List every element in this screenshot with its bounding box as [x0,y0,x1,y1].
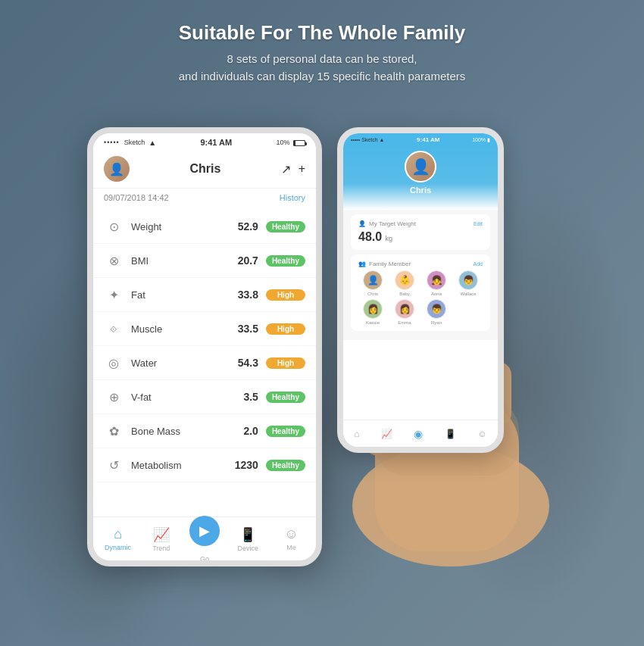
metric-icon-bmi: ⊗ [104,251,123,270]
target-weight-header: 👤 My Target Weight Edit [358,220,483,227]
nav-item-dynamic[interactable]: ⌂ Dynamic [96,526,139,551]
nav-label-trend: Trend [152,545,170,552]
signal-dots: ••••• [104,139,120,146]
right-battery: 100% ▮ [472,137,490,143]
target-weight-unit: kg [386,235,393,242]
target-weight-value-row: 48.0 kg [358,230,483,244]
family-name-wallace: Wallace [460,292,476,296]
nav-icon-me: ☺ [284,526,298,542]
target-icon: 👤 [358,220,366,227]
metric-value-fat: 33.8 [228,289,258,301]
family-member-ryan[interactable]: 👦 Ryan [422,299,451,325]
metric-name-muscle: Muscle [131,323,228,335]
family-section: 👥 Family Member Add 👤 Chris 👶 Baby 👧 Ann… [351,254,490,331]
nav-item-go[interactable]: ▶ Go [183,516,226,563]
nav-icon-dynamic: ⌂ [114,526,122,542]
metric-value-water: 54.3 [228,357,258,369]
status-left: ••••• Sketch ▲ [104,139,156,147]
user-name: Chris [189,162,220,176]
metric-icon-v-fat: ⊕ [104,387,123,407]
right-signal: ••••• Sketch ▲ [351,137,384,142]
right-status-bar: ••••• Sketch ▲ 9:41 AM 100% ▮ [343,133,498,145]
right-nav-trend[interactable]: 📈 [381,429,392,439]
metric-icon-bone mass: ✿ [104,421,123,441]
right-time: 9:41 AM [417,136,439,143]
phone-header: 👤 Chris ↗ + [93,150,316,189]
family-member-anna[interactable]: 👧 Anna [422,270,451,296]
right-nav-me[interactable]: ☺ [477,429,486,439]
carrier-label: Sketch [124,139,145,146]
right-user-avatar: 👤 [405,151,436,183]
family-grid: 👤 Chris 👶 Baby 👧 Anna 👦 Wallace 👩 Kassie… [358,270,483,325]
metric-row: ⊕ V-fat 3.5 Healthy [93,380,316,414]
metric-name-water: Water [131,357,228,369]
metric-row: ◎ Water 54.3 High [93,346,316,380]
metric-icon-muscle: ⟐ [104,319,123,339]
date-history-row: 09/07/2018 14:42 History [93,189,316,207]
right-user-name: Chris [410,186,431,195]
date-text: 09/07/2018 14:42 [104,193,169,202]
family-avatar-chris: 👤 [363,270,383,290]
share-icon[interactable]: ↗ [281,162,291,176]
metrics-list: ⊙ Weight 52.9 Healthy ⊗ BMI 20.7 Healthy… [93,207,316,485]
metric-icon-water: ◎ [104,353,123,373]
family-name-ryan: Ryan [431,320,442,325]
family-member-kassie[interactable]: 👩 Kassie [358,299,387,325]
metric-row: ✿ Bone Mass 2.0 Healthy [93,414,316,448]
family-section-header: 👥 Family Member Add [358,261,483,267]
family-icon: 👥 [358,261,366,267]
wifi-icon: ▲ [148,139,156,147]
family-avatar-emma: 👩 [395,299,414,319]
nav-icon-trend: 📈 [153,526,170,543]
status-time: 9:41 AM [200,138,232,147]
phone-right-wrapper: ••••• Sketch ▲ 9:41 AM 100% ▮ 👤 Chris [299,112,557,566]
metric-name-bone mass: Bone Mass [131,426,228,437]
metric-row: ✦ Fat 33.8 High [93,278,316,312]
nav-label-dynamic: Dynamic [105,544,131,551]
family-avatar-anna: 👧 [427,270,446,290]
metric-icon-metabolism: ↺ [104,455,123,475]
nav-go-button[interactable]: ▶ [189,516,220,546]
nav-label-go: Go [200,555,209,563]
phone-right: ••••• Sketch ▲ 9:41 AM 100% ▮ 👤 Chris [337,127,504,453]
family-name-emma: Emma [398,320,411,325]
metric-name-fat: Fat [131,289,228,301]
sub-title: 8 sets of personal data can be stored, a… [179,51,466,85]
right-bottom-nav: ⌂ 📈 ◉ 📱 ☺ [343,420,498,447]
family-member-baby[interactable]: 👶 Baby [390,270,419,296]
main-content: Suitable For The Whole Family 8 sets of … [0,0,644,646]
family-avatar-ryan: 👦 [427,299,446,319]
metric-name-metabolism: Metabolism [131,460,228,471]
right-phone-content: 👤 My Target Weight Edit 48.0 kg [343,210,498,340]
phones-container: ••••• Sketch ▲ 9:41 AM 10% 👤 Chris [0,97,644,646]
right-nav-device[interactable]: 📱 [445,429,456,439]
family-add-button[interactable]: Add [474,261,483,267]
family-member-emma[interactable]: 👩 Emma [390,299,419,325]
target-weight-edit[interactable]: Edit [474,221,483,226]
family-member-wallace[interactable]: 👦 Wallace [454,270,483,296]
target-weight-title: 👤 My Target Weight [358,220,416,227]
nav-item-device[interactable]: 📱 Device [227,526,270,552]
family-member-chris[interactable]: 👤 Chris [358,270,387,296]
metric-value-v-fat: 3.5 [228,391,258,403]
status-bar: ••••• Sketch ▲ 9:41 AM 10% [93,133,316,150]
metric-row: ⟐ Muscle 33.5 High [93,312,316,346]
right-nav-home[interactable]: ⌂ [354,429,359,439]
metric-name-weight: Weight [131,221,228,232]
metric-row: ↺ Metabolism 1230 Healthy [93,448,316,482]
metric-value-bmi: 20.7 [228,254,258,267]
metric-value-weight: 52.9 [228,220,258,232]
metric-value-bone mass: 2.0 [228,425,258,437]
family-avatar-wallace: 👦 [458,270,478,290]
nav-item-trend[interactable]: 📈 Trend [139,526,183,552]
header-section: Suitable For The Whole Family 8 sets of … [148,0,496,97]
family-name-kassie: Kassie [366,320,380,325]
family-title: 👥 Family Member [358,261,411,267]
metric-value-muscle: 33.5 [228,323,258,335]
metric-icon-weight: ⊙ [104,217,123,236]
metric-name-v-fat: V-fat [131,392,228,403]
family-name-anna: Anna [431,292,442,296]
family-avatar-baby: 👶 [395,270,414,290]
right-nav-go[interactable]: ◉ [414,428,423,440]
metric-icon-fat: ✦ [104,285,123,304]
